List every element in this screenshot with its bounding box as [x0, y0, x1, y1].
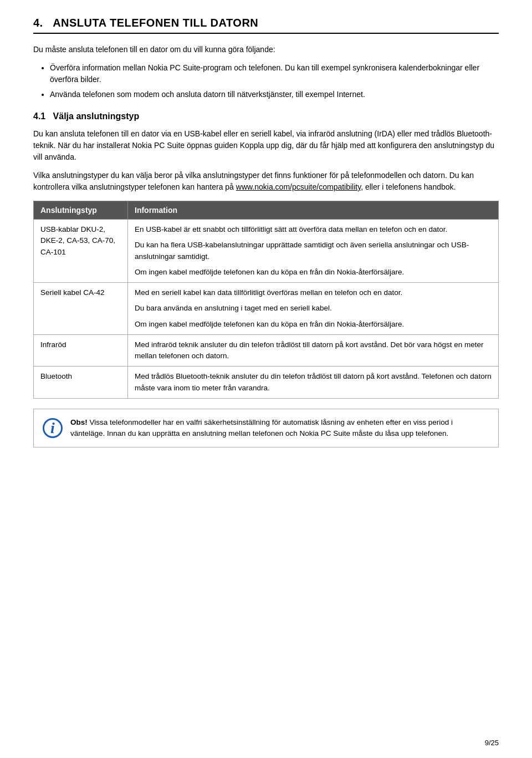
table-cell-type: USB-kablar DKU-2, DKE-2, CA-53, CA-70, C… [34, 220, 128, 283]
info-paragraph: En USB-kabel är ett snabbt och tillförli… [135, 224, 492, 235]
table-cell-info: En USB-kabel är ett snabbt och tillförli… [128, 220, 499, 283]
table-row: Seriell kabel CA-42Med en seriell kabel … [34, 283, 499, 335]
sub-paragraph-1: Du kan ansluta telefonen till en dator v… [33, 128, 499, 163]
obs-label: Obs! [70, 418, 88, 426]
table-cell-info: Med infraröd teknik ansluter du din tele… [128, 334, 499, 367]
table-cell-type: Bluetooth [34, 367, 128, 399]
bullet-item-1: Överföra information mellan Nokia PC Sui… [50, 62, 499, 85]
intro-list: Överföra information mellan Nokia PC Sui… [50, 62, 499, 100]
table-header-row: Anslutningstyp Information [34, 201, 499, 220]
info-paragraph: Med en seriell kabel kan data tillförlit… [135, 287, 492, 298]
table-row: USB-kablar DKU-2, DKE-2, CA-53, CA-70, C… [34, 220, 499, 283]
subsection-title-text: Välja anslutningstyp [53, 111, 140, 121]
info-paragraph: Om ingen kabel medföljde telefonen kan d… [135, 267, 492, 278]
sub-paragraph-2: Vilka anslutningstyper du kan välja bero… [33, 170, 499, 193]
info-paragraph: Du kan ha flera USB-kabelanslutningar up… [135, 240, 492, 262]
info-paragraph: Med trådlös Bluetooth-teknik ansluter du… [135, 371, 492, 394]
info-paragraph: Med infraröd teknik ansluter du din tele… [135, 339, 492, 362]
info-paragraph: Du bara använda en anslutning i taget me… [135, 303, 492, 314]
section-title-text: ANSLUTA TELEFONEN TILL DATORN [53, 17, 258, 29]
info-icon: i [43, 418, 63, 438]
table-cell-type: Seriell kabel CA-42 [34, 283, 128, 335]
intro-paragraph: Du måste ansluta telefonen till en dator… [33, 44, 499, 55]
section-number: 4. [33, 17, 43, 29]
table-cell-type: Infraröd [34, 334, 128, 367]
nokia-compatibility-link[interactable]: www.nokia.com/pcsuite/compatibility [236, 182, 361, 191]
table-cell-info: Med en seriell kabel kan data tillförlit… [128, 283, 499, 335]
subsection-number: 4.1 [33, 111, 45, 121]
table-cell-info: Med trådlös Bluetooth-teknik ansluter du… [128, 367, 499, 399]
subsection-title: 4.1 Välja anslutningstyp [33, 111, 499, 121]
table-row: InfrarödMed infraröd teknik ansluter du … [34, 334, 499, 367]
col-header-info: Information [128, 201, 499, 220]
connection-type-table: Anslutningstyp Information USB-kablar DK… [33, 201, 499, 399]
section-title: 4. ANSLUTA TELEFONEN TILL DATORN [33, 17, 499, 34]
page-number: 9/25 [485, 739, 499, 747]
bullet-item-2: Använda telefonen som modem och ansluta … [50, 89, 499, 100]
obs-text-block: Obs! Vissa telefonmodeller har en valfri… [70, 417, 489, 440]
obs-body: Vissa telefonmodeller har en valfri säke… [70, 418, 453, 437]
col-header-type: Anslutningstyp [34, 201, 128, 220]
info-paragraph: Om ingen kabel medföljde telefonen kan d… [135, 319, 492, 330]
sub-p2-end: , eller i telefonens handbok. [361, 182, 456, 191]
table-row: BluetoothMed trådlös Bluetooth-teknik an… [34, 367, 499, 399]
obs-info-box: i Obs! Vissa telefonmodeller har en valf… [33, 409, 499, 448]
